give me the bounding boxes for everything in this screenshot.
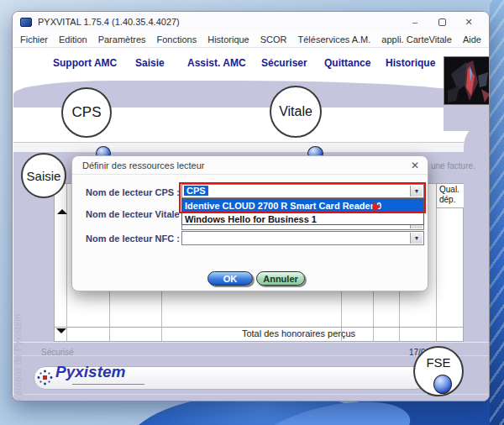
desktop: PYXVITAL 1.75.4 (1.40.35.4.4027) – ✕ Fic… xyxy=(0,0,504,425)
dropdown-item-windows-hello[interactable]: Windows Hello for Business 1 xyxy=(182,212,423,226)
saisie-button[interactable]: Saisie xyxy=(21,153,66,198)
menu-item-fichier[interactable]: Fichier xyxy=(20,34,48,45)
table-total-separator xyxy=(55,327,463,328)
menu-item-historique[interactable]: Historique xyxy=(207,34,249,45)
dropdown-item-identive[interactable]: Identive CLOUD 2700 R Smart Card Reader … xyxy=(182,199,423,212)
secure-status-label: Sécurisé xyxy=(41,348,74,357)
fse-status-indicator xyxy=(433,375,452,394)
menu-bar: Fichier Edition Paramètres Fonctions His… xyxy=(13,32,489,48)
menu-item-edition[interactable]: Edition xyxy=(59,34,87,45)
total-honoraires-label: Total des honoraires perçus xyxy=(161,328,436,338)
vitale-label: Vitale xyxy=(279,104,312,119)
nav-assist-amc[interactable]: Assist. AMC xyxy=(187,57,246,69)
brand-name: Pyxistem xyxy=(55,363,125,381)
menu-item-fonctions[interactable]: Fonctions xyxy=(157,34,197,45)
title-bar[interactable]: PYXVITAL 1.75.4 (1.40.35.4.4027) – ✕ xyxy=(13,12,489,32)
ok-button[interactable]: OK xyxy=(207,271,253,286)
about-vertical-text: À propos de Pyxistem xyxy=(13,282,25,401)
partial-text: une facture. xyxy=(431,161,475,171)
maximize-icon[interactable] xyxy=(431,14,453,29)
app-icon xyxy=(20,18,32,27)
decoration-3d-image xyxy=(444,56,490,105)
cps-button[interactable]: CPS xyxy=(61,87,112,138)
separator-band xyxy=(13,142,490,153)
qual-line1: Qual. xyxy=(439,185,464,195)
chevron-down-icon[interactable]: ▼ xyxy=(410,186,423,197)
pyxistem-logo-icon xyxy=(37,370,53,386)
vitale-button[interactable]: Vitale xyxy=(270,86,322,138)
dialog-title-bar[interactable]: Définir des ressources lecteur ✕ xyxy=(72,156,428,175)
cps-reader-label: Nom de lecteur CPS : xyxy=(86,187,180,197)
menu-item-aide[interactable]: Aide xyxy=(463,34,481,45)
menu-item-parametres[interactable]: Paramètres xyxy=(98,34,146,45)
footer-line xyxy=(13,394,490,395)
scroll-down-arrow[interactable] xyxy=(56,328,66,333)
vitale-reader-label: Nom de lecteur Vitale : xyxy=(86,209,185,219)
close-icon[interactable]: ✕ xyxy=(458,14,480,29)
cps-reader-value: CPS xyxy=(184,186,208,196)
cps-reader-dropdown-list: Identive CLOUD 2700 R Smart Card Reader … xyxy=(181,198,424,225)
nfc-reader-combobox[interactable]: ▼ xyxy=(181,231,424,245)
nav-historique[interactable]: Historique xyxy=(386,57,435,69)
cps-reader-combobox[interactable]: CPS ▼ xyxy=(181,184,424,198)
fse-button[interactable]: FSE xyxy=(413,346,464,396)
dialog-title: Définir des ressources lecteur xyxy=(82,160,205,171)
table-column-line xyxy=(66,184,67,341)
menu-item-teleservices[interactable]: Téléservices A.M. xyxy=(298,34,371,45)
annuler-button[interactable]: Annuler xyxy=(256,271,305,286)
minimize-icon[interactable]: – xyxy=(404,14,426,29)
nav-support-amc[interactable]: Support AMC xyxy=(53,57,117,69)
nav-securiser[interactable]: Sécuriser xyxy=(261,57,307,69)
nav-saisie[interactable]: Saisie xyxy=(135,57,165,69)
reader-resources-dialog: Définir des ressources lecteur ✕ Nom de … xyxy=(71,155,428,291)
brand-underline xyxy=(72,384,144,385)
saisie-label: Saisie xyxy=(27,169,61,183)
scroll-up-arrow[interactable] xyxy=(57,209,67,214)
table-header-qual-dep: Qual. dép. xyxy=(436,184,464,208)
maximize-glyph xyxy=(438,18,446,26)
desktop-ribbon-decoration xyxy=(490,0,504,425)
chevron-down-icon[interactable]: ▼ xyxy=(410,233,423,244)
menu-item-cartevitale[interactable]: appli. CarteVitale xyxy=(381,34,452,45)
menu-item-scor[interactable]: SCOR xyxy=(260,34,287,45)
cps-label: CPS xyxy=(72,104,102,121)
qual-line2: dép. xyxy=(439,195,464,205)
fse-label: FSE xyxy=(415,355,462,370)
dialog-close-icon[interactable]: ✕ xyxy=(411,160,419,171)
window-title: PYXVITAL 1.75.4 (1.40.35.4.4027) xyxy=(38,17,180,27)
app-window: PYXVITAL 1.75.4 (1.40.35.4.4027) – ✕ Fic… xyxy=(12,11,490,401)
toolbar-nav: Support AMC Saisie Assist. AMC Sécuriser… xyxy=(13,47,489,81)
nav-quittance[interactable]: Quittance xyxy=(324,57,370,69)
nfc-reader-label: Nom de lecteur NFC : xyxy=(86,233,180,244)
right-lavender-strip xyxy=(464,126,490,342)
